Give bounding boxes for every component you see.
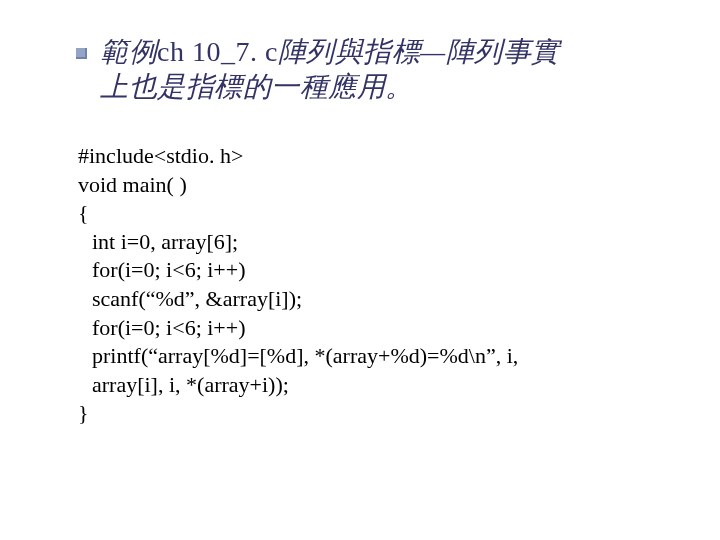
code-line-6: scanf(“%d”, &array[i]); bbox=[78, 285, 638, 314]
code-block: #include<stdio. h> void main( ) { int i=… bbox=[78, 142, 638, 428]
bullet-icon bbox=[76, 48, 87, 59]
code-line-10: } bbox=[78, 399, 638, 428]
code-line-5: for(i=0; i<6; i++) bbox=[78, 256, 638, 285]
code-line-1: #include<stdio. h> bbox=[78, 142, 638, 171]
code-line-7: for(i=0; i<6; i++) bbox=[78, 314, 638, 343]
title-line1-pre: 範例 bbox=[100, 36, 157, 67]
title-line2: 上也是指標的一種應用。 bbox=[100, 71, 414, 102]
code-line-3: { bbox=[78, 199, 638, 228]
title-text: 範例ch 10_7. c陣列與指標—陣列事實 上也是指標的一種應用。 bbox=[100, 34, 620, 104]
title-block: 範例ch 10_7. c陣列與指標—陣列事實 上也是指標的一種應用。 bbox=[100, 34, 620, 104]
code-line-8: printf(“array[%d]=[%d], *(array+%d)=%d\n… bbox=[78, 342, 638, 371]
code-line-2: void main( ) bbox=[78, 171, 638, 200]
code-line-4: int i=0, array[6]; bbox=[78, 228, 638, 257]
title-line1-ascii: ch 10_7. c bbox=[157, 36, 278, 67]
code-line-9: array[i], i, *(array+i)); bbox=[78, 371, 638, 400]
title-line1-post: 陣列與指標—陣列事實 bbox=[278, 36, 560, 67]
slide: 範例ch 10_7. c陣列與指標—陣列事實 上也是指標的一種應用。 #incl… bbox=[0, 0, 720, 540]
